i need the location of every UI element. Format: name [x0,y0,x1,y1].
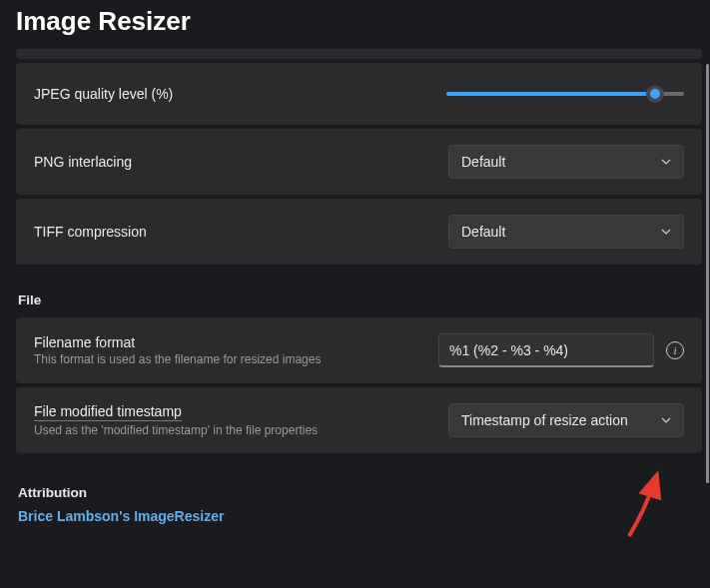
jpeg-quality-row: JPEG quality level (%) [16,63,702,125]
file-section-heading: File [18,293,702,307]
vertical-scrollbar[interactable] [704,64,710,583]
file-modified-timestamp-dropdown[interactable]: Timestamp of resize action [448,403,684,437]
png-interlacing-label: PNG interlacing [34,154,132,170]
filename-format-label: Filename format [34,334,321,350]
file-modified-timestamp-value: Timestamp of resize action [461,412,628,428]
tiff-compression-row: TIFF compression Default [16,199,702,265]
file-modified-timestamp-row: File modified timestamp Used as the 'mod… [16,387,702,453]
tiff-compression-value: Default [461,224,505,240]
chevron-down-icon [661,227,671,237]
page-title: Image Resizer [0,0,710,49]
jpeg-quality-label: JPEG quality level (%) [34,86,173,102]
png-interlacing-dropdown[interactable]: Default [448,145,684,179]
chevron-down-icon [661,157,671,167]
png-interlacing-value: Default [461,154,505,170]
png-interlacing-row: PNG interlacing Default [16,129,702,195]
filename-format-input[interactable] [438,333,654,367]
info-icon[interactable]: i [666,341,684,359]
file-modified-timestamp-label: File modified timestamp [34,403,318,421]
chevron-down-icon [661,415,671,425]
previous-setting-row [16,49,702,59]
filename-format-desc: This format is used as the filename for … [34,352,321,366]
tiff-compression-label: TIFF compression [34,224,147,240]
attribution-heading: Attribution [18,485,702,500]
attribution-link[interactable]: Brice Lambson's ImageResizer [18,508,702,524]
file-modified-timestamp-desc: Used as the 'modified timestamp' in the … [34,423,318,437]
jpeg-quality-slider[interactable] [446,92,684,96]
filename-format-row: Filename format This format is used as t… [16,317,702,383]
tiff-compression-dropdown[interactable]: Default [448,215,684,249]
